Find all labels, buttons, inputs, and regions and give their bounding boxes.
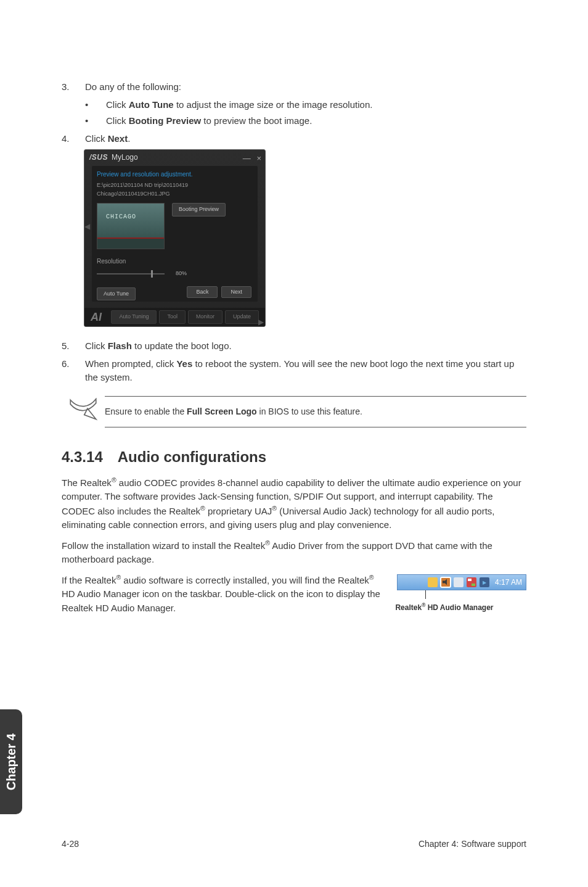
tray-icon[interactable] [428,577,438,587]
page-footer: 4-28 Chapter 4: Software support [62,839,526,849]
mylogo-window: /SUS MyLogo — × ◀ Preview and resolution… [84,149,266,327]
footer-tab-tool[interactable]: Tool [159,310,186,324]
bold-term: Auto Tune [129,99,174,110]
system-tray: 4:17 AM [397,574,526,590]
note-text: in BIOS to use this feature. [257,406,362,416]
panel-heading: Preview and resolution adjustment. [97,170,253,179]
file-path: E:\pic2011\201104 ND trip\20110419 Chica… [97,181,253,198]
note-icon [62,398,105,426]
chevron-right-icon[interactable]: ▶ [258,316,264,327]
bullet-dot: • [85,98,106,112]
bold-term: Yes [176,358,192,369]
step-6: 6. When prompted, click Yes to reboot th… [62,357,526,385]
tray-icon[interactable] [467,577,476,587]
footer-tab-auto-tuning[interactable]: Auto Tuning [111,310,157,324]
text: to adjust the image size or the image re… [174,99,373,110]
step-num: 3. [62,80,85,94]
tray-caption: Realtek® HD Audio Manager [362,601,526,613]
heading-title: Audio configurations [118,448,266,465]
tray-icon[interactable] [480,577,489,587]
resolution-slider[interactable] [97,273,165,274]
chapter-tab-label: Chapter 4 [4,733,18,790]
bold-term: Full Screen Logo [187,406,257,416]
step-4: 4. Click Next. [62,132,526,146]
text: Click [106,99,129,110]
note-text: Ensure to enable the [105,406,187,416]
auto-tune-button[interactable]: Auto Tune [97,287,136,301]
window-titlebar: /SUS MyLogo — × [84,150,265,165]
bold-term: Flash [108,340,132,351]
step-3b: • Click Booting Preview to preview the b… [85,114,526,128]
speaker-icon[interactable] [441,577,451,587]
step-text: Do any of the following: [85,80,526,94]
bold-term: Booting Preview [129,115,202,126]
step-num: 6. [62,357,85,385]
text: to preview the boot image. [201,115,312,126]
text: Click [85,340,108,351]
text: . [128,133,130,144]
step-3a: • Click Auto Tune to adjust the image si… [85,98,526,112]
back-button[interactable]: Back [187,286,218,299]
bullet-dot: • [85,114,106,128]
step-num: 4. [62,132,85,146]
text: to update the boot logo. [132,340,232,351]
footer-tab-monitor[interactable]: Monitor [188,310,223,324]
brand-logo: /SUS [89,152,108,163]
bold-term: Next [108,133,128,144]
step-3: 3. Do any of the following: [62,80,526,94]
resolution-label: Resolution [97,257,253,266]
thumbnail-watermark: CHICAGO [106,212,136,221]
chevron-left-icon[interactable]: ◀ [84,221,90,232]
text: When prompted, click [85,358,176,369]
image-thumbnail: CHICAGO [97,203,165,249]
tray-icon[interactable] [454,577,463,587]
tray-callout: 4:17 AM Realtek® HD Audio Manager [397,574,526,613]
paragraph: The Realtek® audio CODEC provides 8-chan… [62,476,526,532]
chapter-tab: Chapter 4 [0,709,22,814]
window-footer: AI Auto Tuning Tool Monitor Update [84,308,265,326]
resolution-percent: 80% [176,270,187,278]
step-num: 5. [62,339,85,353]
minimize-icon[interactable]: — [243,154,251,163]
footer-chapter: Chapter 4: Software support [419,839,526,849]
booting-preview-button[interactable]: Booting Preview [172,203,226,217]
page-number: 4-28 [62,839,79,849]
close-icon[interactable]: × [256,154,261,163]
next-button[interactable]: Next [221,286,251,299]
tray-time: 4:17 AM [495,577,522,588]
footer-brand: AI [91,309,102,326]
section-heading: 4.3.14Audio configurations [62,446,526,468]
preview-panel: Preview and resolution adjustment. E:\pi… [92,166,258,302]
text: Click [85,133,108,144]
heading-number: 4.3.14 [62,448,103,465]
paragraph: Follow the installation wizard to instal… [62,538,526,567]
note-box: Ensure to enable the Full Screen Logo in… [62,396,526,427]
pointer-line [397,590,526,600]
footer-tab-update[interactable]: Update [225,310,259,324]
window-title: MyLogo [112,152,138,163]
text: Click [106,115,129,126]
step-5: 5. Click Flash to update the boot logo. [62,339,526,353]
